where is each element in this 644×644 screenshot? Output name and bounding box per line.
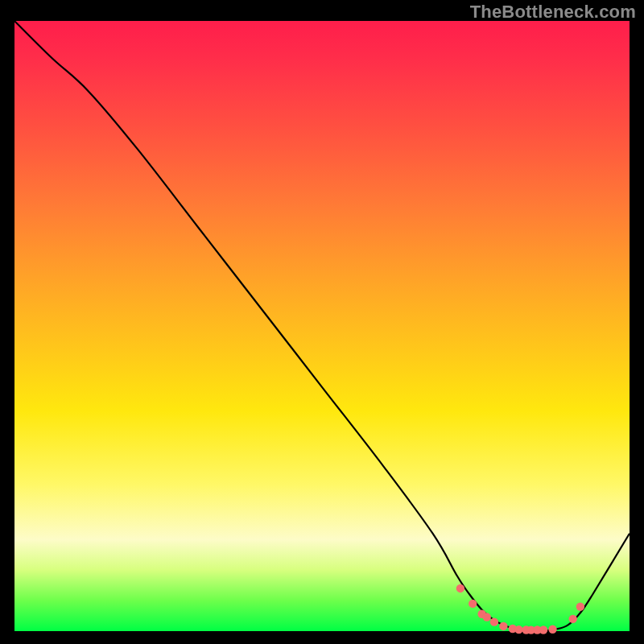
marker-dot [548,625,556,634]
curve-line [14,21,630,630]
marker-dot [569,615,577,623]
chart-svg [14,21,630,631]
marker-dot [483,613,491,621]
marker-dot [469,600,477,608]
watermark-text: TheBottleneck.com [470,2,636,23]
marker-dot [539,625,547,634]
marker-dot [499,622,507,630]
marker-dot [576,602,584,610]
marker-dot [490,617,498,625]
marker-dot [456,584,464,592]
plot-area [14,21,630,631]
marker-dot [514,625,522,634]
